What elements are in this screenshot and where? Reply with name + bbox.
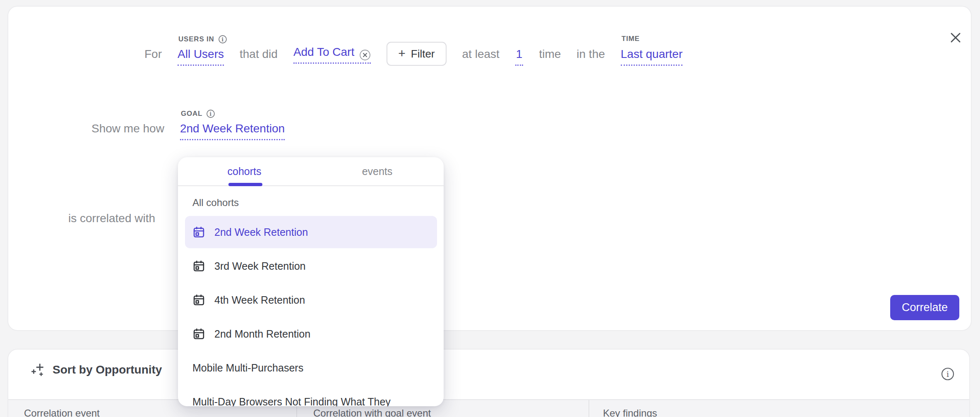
svg-text:i: i (946, 369, 949, 379)
query-sentence-2: Show me how GOAL i 2nd Week Retention (91, 122, 285, 136)
plus-icon: + (398, 47, 406, 60)
list-item-3rd-week-retention[interactable]: 3rd Week Retention (185, 250, 437, 282)
calendar-icon (192, 294, 205, 307)
time-range-selector[interactable]: Last quarter (621, 48, 682, 66)
results-toolbar: Sort by Opportunity i (8, 350, 969, 399)
goal-label: GOAL (181, 110, 202, 118)
at-least-label: at least (462, 48, 500, 66)
svg-text:i: i (221, 36, 224, 43)
tab-events[interactable]: events (311, 157, 444, 185)
cohort-list: 2nd Week Retention 3rd Week Retention 4t… (178, 216, 444, 406)
query-sentence-1: For USERS IN i All Users that did Add To… (144, 42, 682, 61)
close-icon (948, 30, 963, 46)
add-filter-button[interactable]: + Filter (387, 42, 446, 66)
query-builder-card: For USERS IN i All Users that did Add To… (7, 6, 972, 331)
filter-button-label: Filter (411, 48, 435, 60)
results-info-button[interactable]: i (941, 367, 955, 381)
list-item-2nd-month-retention[interactable]: 2nd Month Retention (185, 318, 437, 350)
is-correlated-with-label: is correlated with (68, 212, 155, 225)
for-label: For (144, 48, 162, 66)
list-item-mobile-multi-purchasers[interactable]: Mobile Multi-Purchasers (185, 352, 437, 384)
goal-selector[interactable]: 2nd Week Retention (180, 122, 285, 140)
info-icon: i (941, 367, 955, 381)
calendar-icon (192, 328, 205, 340)
results-table-header: Correlation event Correlation with goal … (8, 399, 969, 417)
results-panel: Sort by Opportunity i Correlation event … (7, 349, 970, 417)
list-item-label: Mobile Multi-Purchasers (192, 362, 303, 374)
info-icon: i (218, 35, 227, 44)
dropdown-tabs: cohorts events (178, 157, 444, 186)
correlate-query-page: For USERS IN i All Users that did Add To… (0, 0, 980, 417)
cohort-selector[interactable]: All Users (178, 48, 224, 66)
list-item-label: Multi-Day Browsers Not Finding What They (192, 396, 391, 407)
event-selector[interactable]: Add To Cart (293, 46, 371, 64)
list-item-label: 2nd Month Retention (214, 328, 310, 340)
remove-event-icon[interactable] (359, 49, 371, 61)
sparkle-icon (31, 362, 46, 377)
time-label: TIME (622, 35, 640, 43)
list-item-label: 3rd Week Retention (214, 260, 306, 272)
column-header-key-findings: Key findings (603, 407, 657, 417)
svg-text:i: i (209, 111, 212, 117)
active-tab-indicator (228, 183, 262, 186)
column-header-correlation-event: Correlation event (24, 407, 100, 417)
list-item-label: 2nd Week Retention (214, 226, 308, 238)
list-item-2nd-week-retention[interactable]: 2nd Week Retention (185, 216, 437, 248)
column-divider (588, 400, 589, 417)
in-the-label: in the (576, 48, 605, 66)
list-item-label: 4th Week Retention (214, 294, 305, 306)
that-did-label: that did (240, 48, 278, 66)
close-button[interactable] (948, 30, 963, 46)
users-in-label: USERS IN (178, 35, 214, 43)
calendar-icon (192, 260, 205, 273)
tab-cohorts[interactable]: cohorts (178, 157, 311, 185)
time-word-label: time (539, 48, 561, 66)
info-icon: i (206, 109, 215, 118)
sort-button-label: Sort by Opportunity (53, 363, 162, 376)
calendar-icon (192, 226, 205, 239)
list-item-4th-week-retention[interactable]: 4th Week Retention (185, 284, 437, 316)
count-selector[interactable]: 1 (515, 48, 524, 66)
column-header-correlation-with-goal: Correlation with goal event (313, 407, 431, 417)
list-item-multi-day-browsers[interactable]: Multi-Day Browsers Not Finding What They (185, 386, 437, 406)
goal-dropdown: cohorts events All cohorts 2nd Week Rete… (178, 157, 444, 406)
show-me-how-label: Show me how (91, 122, 164, 140)
dropdown-section-label: All cohorts (192, 197, 444, 208)
sort-by-opportunity-button[interactable]: Sort by Opportunity (31, 362, 162, 377)
correlate-button[interactable]: Correlate (890, 295, 959, 320)
